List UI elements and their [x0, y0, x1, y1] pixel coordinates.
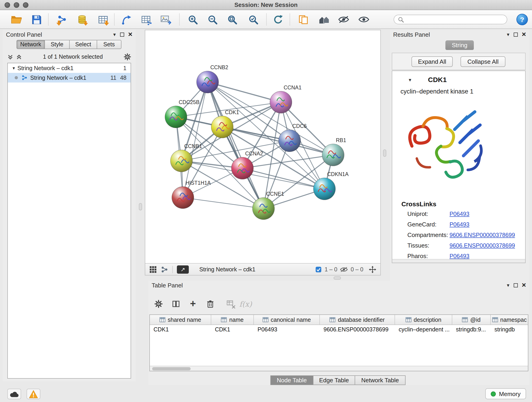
hidden-eye-slash-icon[interactable] [340, 267, 348, 272]
panel-float-icon[interactable] [513, 32, 518, 36]
panel-close-icon[interactable]: × [522, 281, 526, 289]
zoom-out-button[interactable] [206, 13, 219, 26]
network-row-selected[interactable]: String Network – cdk1 11 48 [8, 73, 131, 83]
crosslink-link[interactable]: P06493 [450, 211, 469, 217]
panel-close-icon[interactable]: × [522, 31, 526, 38]
memory-button[interactable]: Memory [485, 388, 526, 399]
home-button[interactable] [317, 13, 330, 26]
tab-network[interactable]: Network [17, 40, 45, 49]
column-header[interactable]: description [395, 315, 452, 325]
cell-description: cyclin–dependent ... [395, 326, 452, 333]
table-h-scrollbar-thumb[interactable] [152, 367, 191, 370]
grid-view-icon[interactable] [149, 266, 157, 273]
tab-edge-table[interactable]: Edge Table [313, 375, 355, 385]
tab-network-table[interactable]: Network Table [355, 375, 405, 385]
crosslinks-title: CrossLinks [401, 200, 437, 208]
warnings-button[interactable] [27, 389, 40, 399]
cloud-button[interactable] [7, 389, 21, 399]
tab-select[interactable]: Select [70, 40, 97, 49]
panel-float-icon[interactable] [120, 32, 124, 36]
network-view-title: String Network – cdk1 [199, 266, 255, 273]
new-network-button[interactable] [120, 13, 133, 26]
import-network-file-button[interactable] [56, 13, 68, 26]
expand-all-networks-icon[interactable] [16, 54, 22, 60]
selected-checkbox-icon[interactable] [316, 266, 322, 273]
collapse-collection-icon[interactable]: ▾ [10, 65, 17, 70]
cell-name: CDK1 [211, 326, 254, 333]
collapse-gene-icon[interactable]: ▾ [409, 77, 411, 83]
title-bar: Session: New Session [0, 0, 532, 10]
delete-column-trash-icon[interactable] [205, 298, 216, 309]
panel-collapse-icon[interactable]: ▾ [507, 283, 509, 288]
network-view-footer: ↗ String Network – cdk1 1 – 0 0 – 0 [145, 263, 380, 275]
search-input[interactable] [406, 16, 503, 23]
expand-all-button[interactable]: Expand All [412, 56, 453, 67]
panel-collapse-icon[interactable]: ▾ [507, 32, 509, 37]
protein-structure-image [401, 101, 489, 186]
crosslink-link[interactable]: P06493 [450, 253, 469, 259]
zoom-in-button[interactable] [186, 13, 199, 26]
network-view[interactable]: CCNB2CCNA1CDC25BCDK1CDC6RB1CCNB1CCNA2CDK… [145, 30, 381, 275]
network-canvas[interactable]: CCNB2CCNA1CDC25BCDK1CDC6RB1CCNB1CCNA2CDK… [145, 30, 380, 264]
network-collection-row[interactable]: ▾ String Network – cdk1 1 [8, 63, 131, 73]
column-header[interactable]: shared name [150, 315, 211, 325]
import-table-button[interactable] [97, 13, 109, 26]
open-session-button[interactable] [10, 13, 22, 26]
cloud-icon [9, 390, 19, 398]
string-results-tab[interactable]: String [445, 40, 474, 50]
function-builder-icon[interactable]: f(x) [240, 298, 251, 309]
collapse-all-networks-icon[interactable] [7, 54, 13, 60]
panel-collapse-icon[interactable]: ▾ [113, 32, 116, 37]
column-header[interactable]: namespac [491, 315, 528, 325]
table-settings-gear-icon[interactable] [153, 298, 164, 309]
network-overview-icon[interactable] [161, 266, 168, 273]
refresh-view-button[interactable] [272, 13, 284, 26]
add-column-icon[interactable]: + [187, 298, 198, 309]
control-panel-header: Control Panel ▾ × [3, 30, 136, 39]
detach-view-button[interactable]: ↗ [177, 265, 189, 274]
table-tabs: Node Table Edge Table Network Table [270, 375, 405, 385]
hide-details-button[interactable] [337, 13, 350, 26]
horizontal-splitter-handle[interactable] [334, 276, 341, 280]
tab-node-table[interactable]: Node Table [270, 375, 313, 385]
crosslink-link[interactable]: P06493 [450, 221, 469, 228]
column-header[interactable]: database identifier [320, 315, 395, 325]
zoom-selected-button[interactable] [247, 13, 259, 26]
show-details-button[interactable] [357, 13, 370, 26]
column-header[interactable]: canonical name [254, 315, 320, 325]
panel-float-icon[interactable] [513, 283, 518, 287]
column-header[interactable]: name [211, 315, 254, 325]
vertical-splitter-handle[interactable] [139, 203, 142, 211]
minimize-window-button[interactable] [14, 2, 19, 8]
zoom-fit-button[interactable] [226, 13, 238, 26]
column-header[interactable]: @id [452, 315, 491, 325]
tab-style[interactable]: Style [45, 40, 70, 49]
toolbar-separator [266, 13, 267, 26]
save-session-button[interactable] [30, 13, 43, 26]
window-title: Session: New Session [0, 0, 532, 10]
gear-icon[interactable] [124, 53, 131, 61]
column-icon [159, 317, 165, 322]
zoom-window-button[interactable] [23, 2, 28, 8]
gene-description: cyclin–dependent kinase 1 [400, 88, 473, 95]
node-count: 11 [106, 75, 116, 81]
network-status-dot [15, 76, 18, 79]
table-row[interactable]: CDK1 CDK1 P06493 9606.ENSP00000378699 cy… [150, 325, 528, 334]
import-network-database-button[interactable] [76, 13, 88, 26]
panel-close-icon[interactable]: × [128, 31, 133, 38]
collapse-all-button[interactable]: Collapse All [461, 56, 505, 67]
show-columns-icon[interactable] [171, 298, 181, 309]
pan-move-icon[interactable] [369, 266, 376, 273]
toolbar-separator [290, 13, 290, 26]
vertical-splitter-handle[interactable] [383, 149, 386, 157]
crosslink-link[interactable]: 9606.ENSP00000378699 [450, 242, 515, 249]
copy-button[interactable] [297, 13, 309, 26]
help-button[interactable]: ? [516, 14, 528, 25]
delete-table-icon[interactable] [225, 298, 236, 309]
export-image-button[interactable] [160, 13, 172, 26]
results-scrollbar[interactable] [392, 259, 525, 263]
crosslink-link[interactable]: 9606.ENSP00000378699 [450, 232, 515, 238]
network-from-table-button[interactable] [140, 13, 152, 26]
close-window-button[interactable] [5, 2, 10, 8]
tab-sets[interactable]: Sets [97, 40, 121, 49]
